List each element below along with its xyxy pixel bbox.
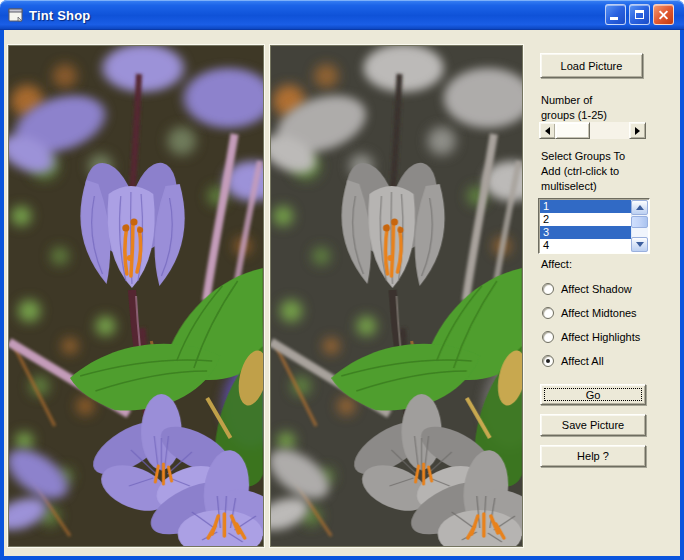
radio-affect-all[interactable]: Affect All	[542, 353, 604, 368]
radio-icon[interactable]	[542, 355, 554, 367]
scrollbar-thumb[interactable]	[555, 122, 590, 139]
window-title: Tint Shop	[29, 8, 91, 23]
go-button[interactable]: Go	[540, 384, 646, 405]
minimize-button[interactable]	[605, 4, 626, 25]
groups-scrollbar[interactable]	[539, 122, 646, 139]
processed-photo	[271, 46, 522, 546]
radio-affect-highlights[interactable]: Affect Highlights	[542, 329, 640, 344]
scroll-down-arrow-icon[interactable]	[631, 237, 648, 252]
load-picture-button[interactable]: Load Picture	[540, 53, 643, 78]
help-button[interactable]: Help ?	[540, 445, 646, 467]
original-photo	[9, 46, 263, 546]
affect-label: Affect:	[541, 257, 572, 272]
listbox-scrollbar[interactable]	[631, 200, 648, 252]
radio-icon[interactable]	[542, 331, 554, 343]
minimize-icon	[610, 17, 618, 20]
groups-label: Number of groups (1-25)	[541, 93, 607, 123]
titlebar[interactable]: Tint Shop	[0, 0, 684, 30]
radio-affect-midtones[interactable]: Affect Midtones	[542, 305, 637, 320]
app-icon	[8, 7, 24, 23]
listbox-item-4[interactable]: 4	[540, 239, 631, 252]
listbox-scrollbar-thumb[interactable]	[631, 216, 648, 228]
processed-image-panel	[270, 45, 523, 547]
listbox-item-3[interactable]: 3	[540, 226, 631, 239]
listbox-item-1[interactable]: 1	[540, 200, 631, 213]
listbox-item-2[interactable]: 2	[540, 213, 631, 226]
form-body: Load Picture Number of groups (1-25) Sel…	[4, 30, 680, 556]
scroll-up-arrow-icon[interactable]	[631, 200, 648, 215]
app-window: Tint Shop Load Picture Number of groups …	[0, 0, 684, 560]
scroll-left-arrow-icon[interactable]	[539, 122, 556, 139]
radio-icon[interactable]	[542, 307, 554, 319]
groups-listbox[interactable]: 1 2 3 4	[538, 198, 650, 254]
scroll-right-arrow-icon[interactable]	[629, 122, 646, 139]
radio-affect-shadow[interactable]: Affect Shadow	[542, 281, 632, 296]
save-picture-button[interactable]: Save Picture	[540, 414, 646, 436]
maximize-button[interactable]	[629, 4, 650, 25]
select-groups-label: Select Groups To Add (ctrl-click to mult…	[541, 149, 625, 194]
close-button[interactable]	[653, 4, 674, 25]
original-image-panel	[8, 45, 264, 547]
maximize-icon	[635, 10, 644, 19]
radio-icon[interactable]	[542, 283, 554, 295]
